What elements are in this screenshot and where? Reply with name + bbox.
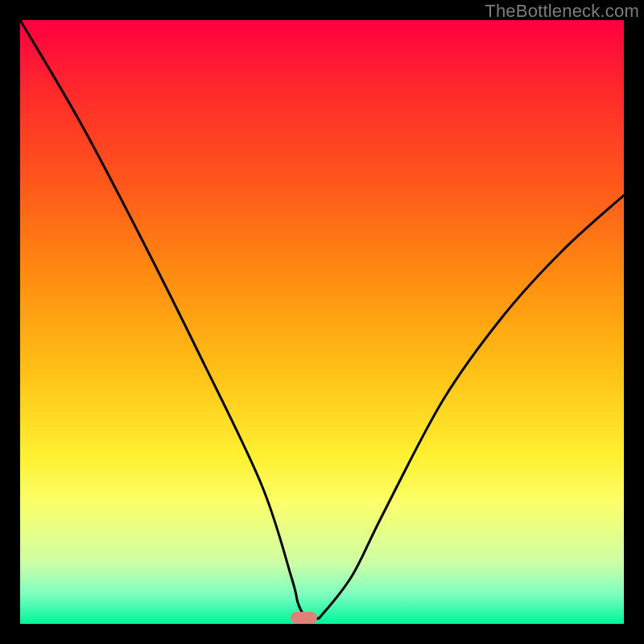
chart-frame: TheBottleneck.com xyxy=(0,0,644,644)
optimal-marker xyxy=(291,612,318,624)
bottleneck-curve xyxy=(20,20,624,624)
watermark-text: TheBottleneck.com xyxy=(485,1,639,22)
plot-area xyxy=(20,20,624,624)
